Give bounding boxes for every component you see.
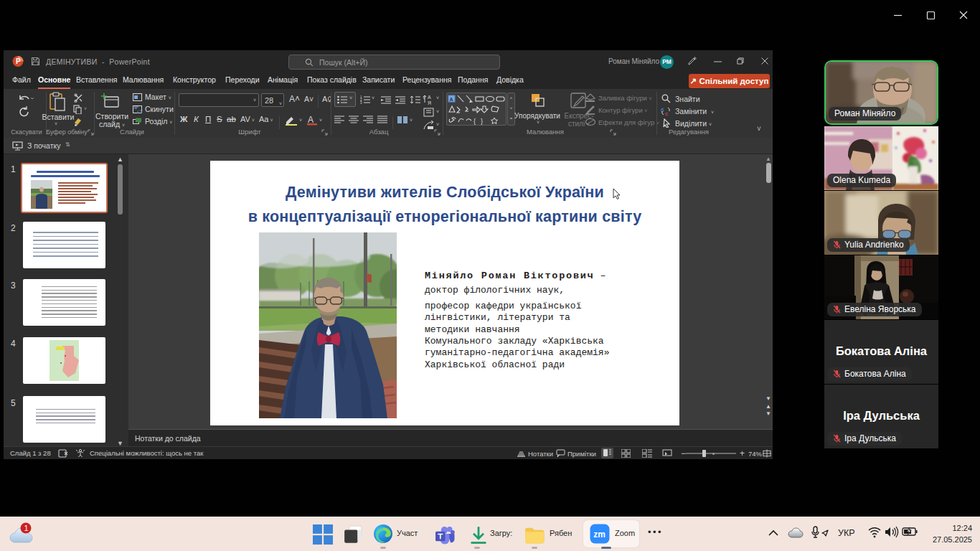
svg-text:A: A (322, 95, 328, 103)
svg-text:с: с (665, 110, 668, 116)
svg-text:Я: Я (428, 100, 431, 105)
svg-text:}: } (481, 118, 483, 125)
svg-text:3: 3 (360, 101, 362, 104)
svg-text:A: A (428, 95, 431, 100)
svg-text:{: { (473, 118, 476, 125)
svg-text:A: A (308, 115, 314, 125)
svg-text:P: P (16, 57, 21, 65)
svg-text:б: б (661, 107, 664, 113)
svg-text:1: 1 (24, 524, 29, 532)
svg-text:A: A (450, 97, 453, 102)
svg-text:zm: zm (593, 529, 606, 540)
